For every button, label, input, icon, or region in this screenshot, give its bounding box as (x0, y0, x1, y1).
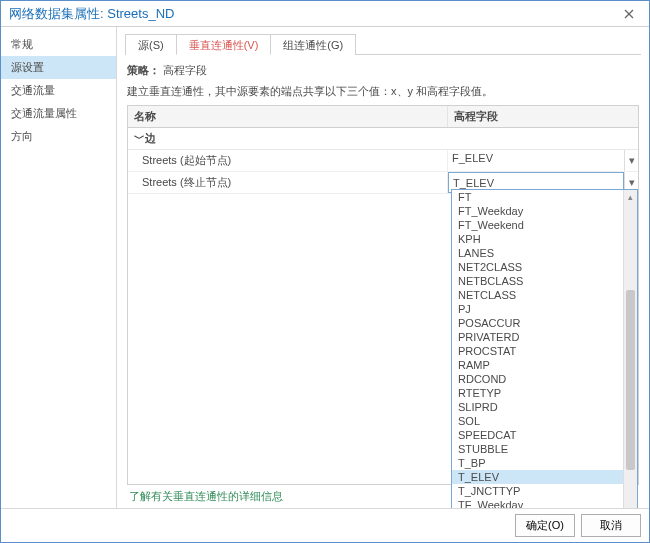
group-label: 边 (145, 132, 156, 144)
sidebar: 常规 源设置 交通流量 交通流量属性 方向 (1, 27, 117, 508)
scroll-up-icon[interactable]: ▴ (624, 190, 637, 204)
dropdown-item[interactable]: T_JNCTTYP (452, 484, 623, 498)
strategy-description: 建立垂直连通性，其中源要素的端点共享以下三个值：x、y 和高程字段值。 (127, 84, 639, 99)
grid-header-elev: 高程字段 (448, 106, 638, 127)
row-name: Streets (起始节点) (128, 150, 448, 171)
strategy-row: 策略： 高程字段 (127, 61, 639, 84)
dropdown-item[interactable]: PJ (452, 302, 623, 316)
window-title: 网络数据集属性: Streets_ND (9, 5, 613, 23)
dropdown-item[interactable]: PROCSTAT (452, 344, 623, 358)
dialog: 网络数据集属性: Streets_ND 常规 源设置 交通流量 交通流量属性 方… (0, 0, 650, 543)
sidebar-item-source-settings[interactable]: 源设置 (1, 56, 116, 79)
tab-sources[interactable]: 源(S) (125, 34, 177, 55)
elev-select-to-text: T_ELEV (453, 177, 494, 189)
chevron-down-icon: ▾ (624, 150, 638, 171)
cancel-button[interactable]: 取消 (581, 514, 641, 537)
tab-group-connectivity[interactable]: 组连通性(G) (270, 34, 356, 55)
dropdown-item[interactable]: SOL (452, 414, 623, 428)
dropdown-item[interactable]: RDCOND (452, 372, 623, 386)
main-panel: 源(S) 垂直连通性(V) 组连通性(G) 策略： 高程字段 建立垂直连通性，其… (117, 27, 649, 508)
collapse-icon: ﹀ (134, 131, 142, 146)
sidebar-item-directions[interactable]: 方向 (1, 125, 116, 148)
close-icon (624, 9, 634, 19)
dropdown-item[interactable]: LANES (452, 246, 623, 260)
dropdown-item[interactable]: FT (452, 190, 623, 204)
dropdown-item[interactable]: RAMP (452, 358, 623, 372)
dropdown-item[interactable]: PRIVATERD (452, 330, 623, 344)
dropdown-list: FTFT_WeekdayFT_WeekendKPHLANESNET2CLASSN… (451, 189, 638, 508)
row-value-cell[interactable]: F_ELEV ▾ (448, 150, 638, 171)
dropdown-item[interactable]: KPH (452, 232, 623, 246)
close-button[interactable] (613, 4, 645, 24)
table-row: Streets (起始节点) F_ELEV ▾ (128, 150, 638, 172)
elevation-grid: 名称 高程字段 ﹀ 边 Streets (起始节点) F_ELEV ▾ (127, 105, 639, 485)
dropdown-item[interactable]: FT_Weekday (452, 204, 623, 218)
dropdown-item[interactable]: SLIPRD (452, 400, 623, 414)
footer: 确定(O) 取消 (1, 508, 649, 542)
scroll-thumb[interactable] (626, 290, 635, 470)
group-row-edge[interactable]: ﹀ 边 (128, 128, 638, 150)
dropdown-item[interactable]: NET2CLASS (452, 260, 623, 274)
body: 常规 源设置 交通流量 交通流量属性 方向 源(S) 垂直连通性(V) 组连通性… (1, 27, 649, 508)
table-row: Streets (终止节点) T_ELEV ▾ FTFT_WeekdayFT_W… (128, 172, 638, 194)
dropdown-item[interactable]: SPEEDCAT (452, 428, 623, 442)
strategy-label: 策略： (127, 64, 160, 76)
content-section: 策略： 高程字段 建立垂直连通性，其中源要素的端点共享以下三个值：x、y 和高程… (125, 55, 641, 508)
row-value-cell[interactable]: T_ELEV ▾ FTFT_WeekdayFT_WeekendKPHLANESN… (448, 172, 638, 193)
dropdown-item[interactable]: TF_Weekday (452, 498, 623, 508)
dropdown-item[interactable]: STUBBLE (452, 442, 623, 456)
elev-select-from[interactable]: F_ELEV (448, 150, 624, 171)
sidebar-item-traffic[interactable]: 交通流量 (1, 79, 116, 102)
tab-bar: 源(S) 垂直连通性(V) 组连通性(G) (125, 33, 641, 55)
dropdown-item[interactable]: NETBCLASS (452, 274, 623, 288)
dropdown-item[interactable]: T_BP (452, 456, 623, 470)
sidebar-item-general[interactable]: 常规 (1, 33, 116, 56)
dropdown-item[interactable]: NETCLASS (452, 288, 623, 302)
dropdown-items: FTFT_WeekdayFT_WeekendKPHLANESNET2CLASSN… (452, 190, 623, 508)
title-bar: 网络数据集属性: Streets_ND (1, 1, 649, 27)
dropdown-item[interactable]: T_ELEV (452, 470, 623, 484)
grid-header: 名称 高程字段 (128, 106, 638, 128)
dropdown-item[interactable]: POSACCUR (452, 316, 623, 330)
tab-vertical-connectivity[interactable]: 垂直连通性(V) (176, 34, 272, 55)
grid-header-name: 名称 (128, 106, 448, 127)
row-name: Streets (终止节点) (128, 172, 448, 193)
sidebar-item-traffic-attrs[interactable]: 交通流量属性 (1, 102, 116, 125)
ok-button[interactable]: 确定(O) (515, 514, 575, 537)
dropdown-item[interactable]: RTETYP (452, 386, 623, 400)
strategy-value: 高程字段 (163, 64, 207, 76)
scrollbar[interactable]: ▴ ▾ (623, 190, 637, 508)
dropdown-item[interactable]: FT_Weekend (452, 218, 623, 232)
